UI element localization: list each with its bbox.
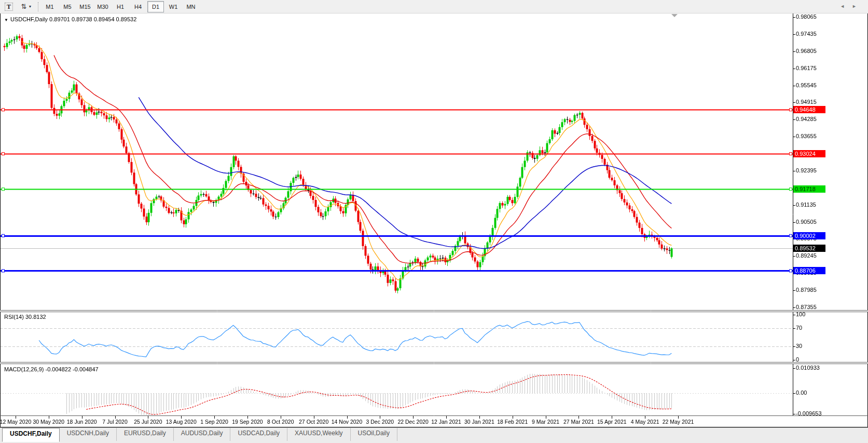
price-axis-tick: 0.92395 <box>796 167 817 173</box>
date-axis-tick: 18 Feb 2021 <box>497 419 528 425</box>
date-axis-tick: 9 Mar 2021 <box>532 419 559 425</box>
timeframe-button-mn[interactable]: MN <box>183 1 199 12</box>
timeframe-button-m30[interactable]: M30 <box>94 1 111 12</box>
chart-shift-marker-icon[interactable] <box>671 14 678 17</box>
chart-title-text: USDCHF,Daily 0.89701 0.89738 0.89454 0.8… <box>10 16 136 22</box>
price-axis-tick: 0.90505 <box>796 219 817 225</box>
date-axis-tick: 12 Jan 2021 <box>431 419 461 425</box>
hline-price-flag: 0.91718 <box>793 185 825 193</box>
rsi-axis-tick: 30 <box>796 343 802 349</box>
mt4-window: T ⇅ ▼ M1M5M15M30H1H4D1W1MN ▼USDCHF,Daily… <box>0 0 868 443</box>
tab-scroll-arrows: ◄► <box>840 4 864 9</box>
timeframe-button-h1[interactable]: H1 <box>112 1 129 12</box>
date-axis-tick: 27 Mar 2021 <box>563 419 594 425</box>
price-chart-canvas[interactable] <box>0 0 868 443</box>
price-axis-tick: 0.94915 <box>796 99 817 105</box>
price-axis-tick: 0.89245 <box>796 252 817 259</box>
timeframe-button-w1[interactable]: W1 <box>165 1 182 12</box>
price-axis-tick: 0.95545 <box>796 82 817 88</box>
date-axis-tick: 1 Sep 2020 <box>200 419 228 425</box>
price-axis-tick: 0.96805 <box>796 48 817 54</box>
swap-arrows-icon: ⇅ <box>21 3 27 10</box>
date-axis-tick: 22 May 2021 <box>663 419 694 425</box>
hline-price-flag: 0.93024 <box>793 150 825 157</box>
price-axis-tick: 0.96175 <box>796 65 817 71</box>
price-axis-tick: 0.94285 <box>796 116 817 122</box>
rsi-label: RSI(14) 30.8132 <box>4 314 46 320</box>
date-axis-tick: 27 Oct 2020 <box>299 419 328 425</box>
chart-tab-usdchf[interactable]: USDCHF,Daily <box>2 428 60 442</box>
hline-price-flag: 0.88706 <box>793 267 825 274</box>
price-axis-tick: 0.91135 <box>796 202 816 208</box>
rsi-axis-tick: 100 <box>796 311 805 317</box>
date-axis-tick: 25 Jul 2020 <box>134 419 162 425</box>
macd-axis-tick: 0.010933 <box>796 365 820 371</box>
price-axis-tick: 0.97435 <box>796 31 817 37</box>
date-axis-tick: 22 Dec 2020 <box>397 419 429 425</box>
timeframe-button-m1[interactable]: M1 <box>42 1 58 12</box>
date-axis-tick: 15 Apr 2021 <box>597 419 627 425</box>
text-tool-button[interactable]: T <box>1 1 17 12</box>
collapse-triangle-icon[interactable]: ▼ <box>4 18 8 22</box>
chart-title: ▼USDCHF,Daily 0.89701 0.89738 0.89454 0.… <box>4 16 136 22</box>
date-axis-tick: 3 Dec 2020 <box>366 419 394 425</box>
date-axis-tick: 8 Oct 2020 <box>267 419 294 425</box>
price-axis-tick: 0.98065 <box>796 14 817 20</box>
date-axis-tick: 30 May 2020 <box>33 419 64 425</box>
chart-tab-bar: USDCHF,DailyUSDCNH,DailyEURUSD,DailyAUDU… <box>0 427 868 443</box>
timeframe-button-h4[interactable]: H4 <box>130 1 146 12</box>
rsi-axis-tick: 0 <box>796 356 799 363</box>
chart-tab-eurusd[interactable]: EURUSD,Daily <box>117 428 174 441</box>
toolbar-separator <box>38 2 38 11</box>
chart-tab-xauusd[interactable]: XAUUSD,Weekly <box>287 428 350 441</box>
macd-label: MACD(12,26,9) -0.004822 -0.004847 <box>4 366 99 372</box>
tab-scroll-left-icon[interactable]: ◄ <box>840 4 852 9</box>
timeframe-button-m5[interactable]: M5 <box>59 1 76 12</box>
macd-axis-tick: 0.00 <box>796 390 807 396</box>
chevron-down-icon: ▼ <box>28 5 32 8</box>
top-toolbar: T ⇅ ▼ M1M5M15M30H1H4D1W1MN <box>0 0 868 14</box>
text-tool-icon: T <box>5 3 13 11</box>
date-axis-tick: 18 Jun 2020 <box>67 419 97 425</box>
timeframe-button-d1[interactable]: D1 <box>147 1 164 12</box>
timeframe-button-m15[interactable]: M15 <box>77 1 93 12</box>
timeframe-button-group: M1M5M15M30H1H4D1W1MN <box>41 1 200 12</box>
hline-price-flag: 0.90002 <box>793 232 825 239</box>
date-axis-tick: 7 Jul 2020 <box>102 419 127 425</box>
date-axis-tick: 14 Nov 2020 <box>332 419 363 425</box>
date-axis-tick: 13 Aug 2020 <box>166 419 197 425</box>
hline-price-flag: 0.94648 <box>793 106 825 113</box>
chart-tab-audusd[interactable]: AUDUSD,Daily <box>174 428 231 441</box>
date-axis-tick: 30 Jan 2021 <box>464 419 494 425</box>
chart-tab-usoil[interactable]: USOil,Daily <box>351 428 397 441</box>
date-axis-tick: 4 May 2021 <box>631 419 659 425</box>
macd-axis-tick: -0.009653 <box>796 410 822 417</box>
tab-scroll-right-icon[interactable]: ► <box>852 4 864 9</box>
date-axis-tick: 12 May 2020 <box>0 419 31 425</box>
rsi-axis-tick: 70 <box>796 325 802 331</box>
current-price-flag: 0.89532 <box>793 245 825 252</box>
cursor-tool-button[interactable]: ⇅ ▼ <box>18 1 35 12</box>
price-axis-tick: 0.87985 <box>796 287 817 293</box>
price-axis-tick: 0.93655 <box>796 133 817 139</box>
date-axis-tick: 19 Sep 2020 <box>232 419 263 425</box>
price-axis-tick: 0.87355 <box>796 304 817 310</box>
chart-tab-usdcnh[interactable]: USDCNH,Daily <box>60 428 117 441</box>
chart-tab-usdcad[interactable]: USDCAD,Daily <box>230 428 287 441</box>
